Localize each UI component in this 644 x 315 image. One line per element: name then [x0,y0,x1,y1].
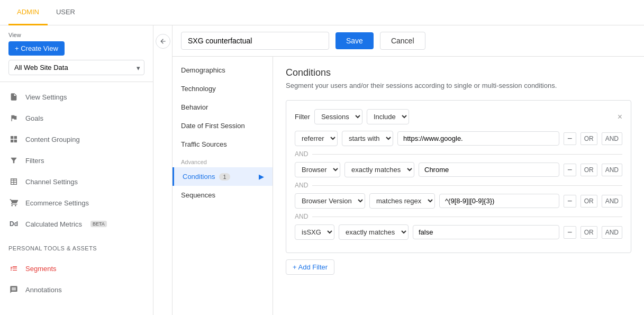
view-select[interactable]: All Web Site Data [8,60,144,75]
sidebar-item-label-filters: Filters [25,157,44,165]
add-filter-button[interactable]: + Add Filter [286,259,334,275]
view-select-wrapper: All Web Site Data ▾ [8,60,144,75]
sidebar-item-ecommerce-settings[interactable]: Ecommerce Settings [0,192,153,213]
filter-and-4[interactable]: AND [602,226,622,239]
create-view-button[interactable]: + Create View [8,41,65,56]
sidebar-item-channel-settings[interactable]: Channel Settings [0,171,153,192]
filter-remove-2[interactable]: − [564,164,576,176]
menu-item-traffic-sources[interactable]: Traffic Sources [173,135,273,154]
filter-dimension-1[interactable]: referrer [295,131,338,146]
filter-or-1[interactable]: OR [580,132,597,145]
sidebar-item-content-grouping[interactable]: Content Grouping [0,129,153,150]
menu-item-conditions[interactable]: Conditions 1 ▶ [173,167,273,186]
personal-tools-header: PERSONAL TOOLS & ASSETS [0,239,153,254]
filter-dimension-4[interactable]: isSXG [295,224,334,240]
filter-condition-4[interactable]: exactly matches [339,224,409,240]
filter-remove-3[interactable]: − [564,195,576,208]
header-bar: Save Cancel [173,25,644,57]
advanced-header: Advanced [173,154,273,167]
filter-value-2[interactable] [419,163,559,177]
sidebar-item-label-goals: Goals [25,114,43,122]
tab-admin[interactable]: ADMIN [8,0,48,25]
filter-type-select[interactable]: Sessions [314,109,362,124]
flag-icon [8,113,19,123]
cart-icon [8,197,19,208]
sidebar-item-label-annotations: Annotations [25,286,62,294]
sidebar-item-label-ecommerce-settings: Ecommerce Settings [25,199,89,207]
sidebar-item-goals[interactable]: Goals [0,107,153,129]
doc-icon [8,92,19,102]
conditions-panel: Conditions Segment your users and/or the… [273,57,644,315]
personal-tools-nav: Segments Annotations [0,254,153,304]
filter-remove-1[interactable]: − [564,132,576,145]
filter-condition-1[interactable]: starts with [342,131,393,146]
filter-row-4: isSXG exactly matches − OR AND [295,224,622,240]
menu-item-technology[interactable]: Technology [173,79,273,98]
and-divider-3: AND [295,213,622,220]
filter-and-2[interactable]: AND [602,164,622,176]
filter-row-3: Browser Version matches regex − OR AND [295,193,622,209]
filter-dimension-3[interactable]: Browser Version [295,193,365,209]
conditions-label: Conditions [183,173,215,181]
conditions-title: Conditions [286,67,631,78]
filter-value-4[interactable] [413,225,559,239]
filter-condition-3[interactable]: matches regex [369,193,435,209]
conditions-arrow-icon: ▶ [259,173,264,181]
filter-value-1[interactable] [397,131,559,146]
filter-or-2[interactable]: OR [580,164,597,176]
view-label: View [8,32,144,38]
sidebar-item-label-view-settings: View Settings [25,93,67,101]
sidebar-item-label-channel-settings: Channel Settings [25,178,78,186]
segment-name-input[interactable] [181,32,329,50]
menu-item-date-of-first-session[interactable]: Date of First Session [173,116,273,135]
annotations-icon [8,284,19,295]
sidebar-item-annotations[interactable]: Annotations [0,279,153,300]
main-layout: View + Create View All Web Site Data ▾ V… [0,25,644,315]
menu-item-sequences[interactable]: Sequences [173,186,273,204]
view-section: View + Create View All Web Site Data ▾ [0,25,153,82]
middle-panel: Demographics Technology Behavior Date of… [173,57,644,315]
filter-row-1: referrer starts with − OR AND [295,131,622,146]
back-btn-wrapper [153,25,173,315]
filter-and-1[interactable]: AND [602,132,622,145]
segments-icon [8,263,19,274]
view-controls: + Create View [8,41,144,56]
filter-dimension-2[interactable]: Browser [295,162,340,177]
filter-header: Filter Sessions Include × [295,109,622,124]
filter-or-3[interactable]: OR [580,195,597,208]
filter-label: Filter [295,113,310,121]
tab-user[interactable]: USER [48,0,84,25]
sidebar-item-segments[interactable]: Segments [0,258,153,279]
filter-value-3[interactable] [439,194,559,208]
menu-item-behavior[interactable]: Behavior [173,98,273,116]
conditions-badge: 1 [219,173,230,181]
filter-close-button[interactable]: × [618,112,622,122]
back-button[interactable] [156,34,170,49]
menu-item-demographics[interactable]: Demographics [173,61,273,79]
grid-icon [8,134,19,145]
conditions-description: Segment your users and/or their sessions… [286,82,631,89]
sidebar-item-label-content-grouping: Content Grouping [25,136,80,143]
sidebar-item-label-segments: Segments [25,265,57,273]
filter-remove-4[interactable]: − [564,226,576,239]
filter-row-2: Browser exactly matches − OR AND [295,162,622,177]
filter-box: Filter Sessions Include × referrer [286,100,631,253]
calculated-metrics-icon: Dd [8,219,19,229]
filter-include-select[interactable]: Include [367,109,409,124]
and-divider-2: AND [295,182,622,189]
and-divider-1: AND [295,150,622,158]
table-icon [8,176,19,187]
filter-condition-2[interactable]: exactly matches [344,162,414,177]
sidebar-item-label-calculated-metrics: Calculated Metrics [25,220,82,228]
filter-or-4[interactable]: OR [580,226,597,239]
filter-icon [8,155,19,166]
save-button[interactable]: Save [335,32,374,49]
sidebar-item-filters[interactable]: Filters [0,150,153,171]
sidebar-item-view-settings[interactable]: View Settings [0,86,153,107]
cancel-button[interactable]: Cancel [380,32,425,50]
filter-and-3[interactable]: AND [602,195,622,208]
beta-badge: BETA [90,221,107,227]
content-area: Save Cancel Demographics Technology Beha… [173,25,644,315]
sidebar-item-calculated-metrics[interactable]: Dd Calculated Metrics BETA [0,213,153,235]
menu-panel: Demographics Technology Behavior Date of… [173,57,273,315]
